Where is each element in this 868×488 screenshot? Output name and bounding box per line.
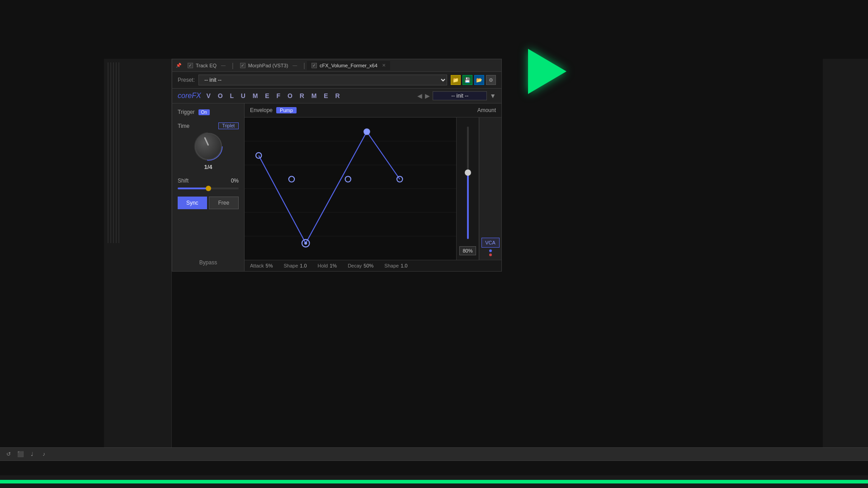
play-button[interactable] [524,49,570,94]
tab-morphpad-label: MorphPad (VST3) [248,63,288,68]
node-bottom-inner [304,242,307,244]
tab-cfx-label: cFX_Volume_Former_x64 [320,63,377,68]
envelope-header: Envelope Pump Amount [245,103,501,117]
amount-slider-area: 80% [456,117,479,260]
shift-row: Shift 0% [178,178,239,184]
pump-badge[interactable]: Pump [276,107,297,113]
vca-button[interactable]: VCA [481,238,500,248]
amount-slider-track[interactable] [467,127,469,239]
attack-label: Attack [250,263,264,268]
envelope-line [259,132,400,244]
envelope-canvas[interactable] [245,117,456,260]
plugin-preset-display[interactable]: -- init -- [433,91,487,100]
shape2-label: Shape [384,263,399,268]
bypass-label[interactable]: Bypass [199,259,217,266]
preset-label: Preset: [178,77,195,83]
free-button[interactable]: Free [209,197,239,209]
right-panel: Envelope Pump Amount [245,103,501,271]
shift-label: Shift [178,178,189,184]
vca-dot-blue [489,249,492,252]
transport-bar: ↺ ⬛ ♩ ♪ [0,447,868,461]
metronome-icon[interactable]: ♩ [28,450,36,458]
tempo-icon[interactable]: ♪ [40,450,48,458]
plugin-title: V O L U M E F O R M E R [207,92,343,99]
tab-cfx-checkbox[interactable] [311,63,317,68]
amount-slider-thumb[interactable] [465,169,471,176]
shift-slider-track[interactable] [178,188,239,189]
envelope-area: 80% VCA [245,117,501,260]
tab-track-eq-close[interactable]: — [221,63,226,68]
shape1-value: 1.0 [300,263,307,268]
info-decay: Decay 50% [348,263,373,268]
tab-cfx[interactable]: cFX_Volume_Former_x64 ✕ [307,61,390,70]
shape2-value: 1.0 [401,263,407,268]
main-content: Trigger On Time Triplet 1/4 [172,103,501,271]
vca-dot-red [489,253,492,256]
sync-free-row: Sync Free [178,197,239,209]
time-row: Time Triplet [178,122,239,129]
tab-separator-2: | [303,62,305,69]
play-triangle-icon [528,49,566,94]
preset-bar: Preset: -- init -- 📁 💾 📂 ⚙ [172,72,501,89]
trigger-on-badge[interactable]: On [198,109,210,115]
tab-track-eq-checkbox[interactable] [188,63,193,68]
tab-cfx-close[interactable]: ✕ [382,63,386,68]
envelope-svg [245,117,456,260]
plugin-header: coreFX V O L U M E F O R M E R ◀ ▶ -- in… [172,89,501,103]
preset-load-btn[interactable]: 📂 [474,75,484,85]
info-hold: Hold 1% [318,263,337,268]
left-panel: Trigger On Time Triplet 1/4 [172,103,245,271]
record-icon[interactable]: ⬛ [16,450,24,458]
right-side-panel [823,59,868,448]
plugin-nav: ◀ ▶ -- init -- ▼ [417,91,496,100]
shift-slider-thumb[interactable] [206,186,211,191]
plugin-window: 📌 Track EQ — | MorphPad (VST3) — | cFX_V… [172,59,502,272]
nav-next-arrow[interactable]: ▶ [425,92,430,99]
decay-value: 50% [363,263,373,268]
node-mid-right[interactable] [345,176,351,182]
preset-settings-btn[interactable]: ⚙ [486,75,496,85]
loop-icon[interactable]: ↺ [5,450,13,458]
envelope-label: Envelope [250,107,273,113]
tab-track-eq[interactable]: Track EQ — [183,61,230,70]
bypass-section: Bypass [178,259,239,266]
info-shape2: Shape 1.0 [384,263,407,268]
pin-icon: 📌 [176,63,181,68]
envelope-info-bar: Attack 5% Shape 1.0 Hold 1% Decay 50% Sh… [245,260,501,271]
triplet-badge[interactable]: Triplet [218,122,239,129]
shift-value: 0% [231,178,239,184]
amount-value-box[interactable]: 80% [459,246,476,255]
shape1-label: Shape [283,263,298,268]
time-knob[interactable] [195,133,222,160]
tab-morphpad-close[interactable]: — [292,63,297,68]
decay-label: Decay [348,263,362,268]
vca-section: VCA [479,117,501,260]
progress-bar [0,475,868,488]
left-side-panel [104,59,172,448]
tab-bar: 📌 Track EQ — | MorphPad (VST3) — | cFX_V… [172,59,501,72]
nav-prev-arrow[interactable]: ◀ [417,92,422,99]
time-section: Time Triplet 1/4 [178,122,239,170]
hold-value: 1% [330,263,337,268]
preset-folder-btn[interactable]: 📁 [451,75,461,85]
node-peak[interactable] [364,129,369,135]
shift-section: Shift 0% [178,178,239,189]
node-mid-left[interactable] [289,176,294,182]
expand-btn[interactable]: ▼ [490,92,496,99]
tab-morphpad-checkbox[interactable] [240,63,245,68]
sync-button[interactable]: Sync [178,197,207,209]
trigger-label: Trigger [178,109,195,115]
tab-track-eq-label: Track EQ [196,63,217,68]
hold-label: Hold [318,263,328,268]
preset-select[interactable]: -- init -- [198,75,447,85]
amount-slider-fill [467,172,469,239]
trigger-row: Trigger On [178,109,239,115]
shift-slider-fill [178,188,208,189]
tab-morphpad[interactable]: MorphPad (VST3) — [236,61,302,70]
preset-save-btn[interactable]: 💾 [462,75,472,85]
amount-label: Amount [477,107,496,113]
tab-separator-1: | [232,62,234,69]
plugin-logo: coreFX [178,92,201,100]
time-value: 1/4 [204,164,212,170]
time-label: Time [178,123,189,129]
